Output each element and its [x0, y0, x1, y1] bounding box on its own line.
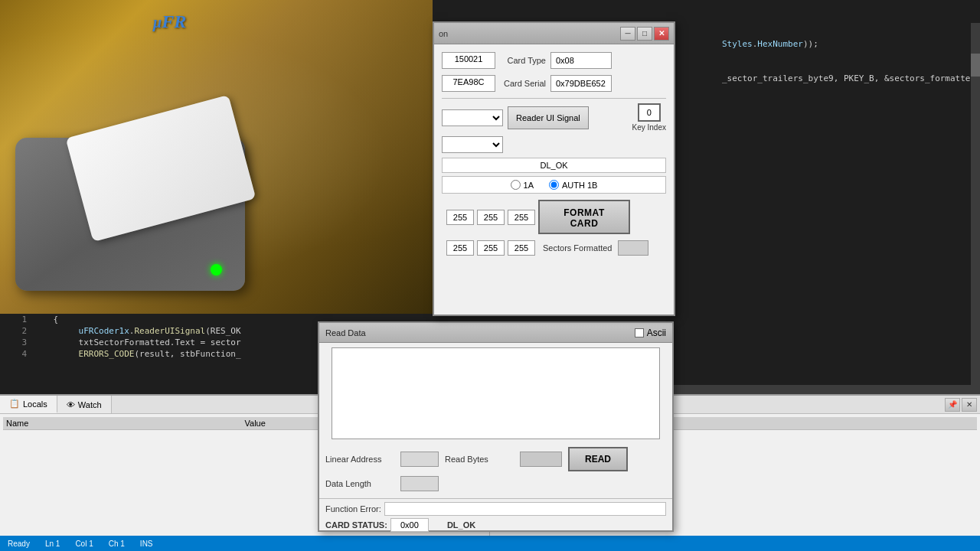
ide-vertical-scrollbar[interactable] [971, 23, 980, 385]
key-bytes-area: FORMAT CARD Sectors Formatted [442, 197, 666, 265]
auth-1a-label: 1A [524, 181, 534, 190]
right-code-line-1 [674, 27, 980, 38]
key-index-label: Key Index [632, 123, 666, 132]
key-byte-2-1[interactable] [446, 240, 474, 256]
dialog-titlebar: on ─ □ ✕ [434, 23, 674, 44]
card-status-label: CARD STATUS: [325, 520, 387, 530]
dialog-close-btn[interactable]: ✕ [654, 27, 669, 41]
code-line-2: 2 uFRCoder1x.ReaderUISignal(RES_OK [0, 325, 318, 337]
linear-address-label: Linear Address [325, 455, 394, 464]
dropdown-1[interactable] [442, 109, 503, 126]
dropdown-2[interactable] [442, 136, 503, 153]
read-status-bar: Function Error: CARD STATUS: 0x00 DL_OK [319, 498, 672, 530]
card-status-ok: DL_OK [447, 520, 475, 530]
key-bytes-row-2: Sectors Formatted [446, 237, 662, 259]
data-length-label: Data Length [325, 479, 394, 488]
card-status-code: 0x00 [390, 518, 429, 532]
read-bytes-label: Read Bytes [445, 455, 514, 464]
right-code-content: Styles.HexNumber)); _sector_trailers_byt… [674, 0, 980, 84]
read-data-textarea[interactable] [332, 347, 660, 439]
dialog-body: 150021 Card Type 7EA98C Card Serial Read… [434, 44, 674, 272]
right-code-line-3 [674, 50, 980, 61]
right-code-line-5: _sector_trailers_byte9, PKEY_B, &sectors… [674, 73, 980, 84]
function-error-value [384, 502, 666, 516]
card-serial-label: Card Serial [500, 79, 546, 88]
key-bytes-row-1: FORMAT CARD [446, 200, 662, 234]
right-code-line-4 [674, 61, 980, 73]
auth-1a-group: 1A [511, 180, 534, 190]
reader-ui-signal-btn[interactable]: Reader UI Signal [508, 106, 589, 129]
code-line-1: 1 { [0, 314, 318, 325]
card-type-label: Card Type [500, 56, 546, 65]
uid-left-field[interactable]: 150021 [442, 52, 495, 69]
linear-address-row: Linear Address Read Bytes READ [325, 447, 666, 471]
status-ln: Ln 1 [45, 540, 60, 548]
panel-pin-btn[interactable]: 📌 [945, 398, 960, 412]
status-ins: INS [140, 540, 153, 548]
read-btn[interactable]: READ [568, 447, 628, 471]
card-serial-input[interactable] [550, 75, 612, 92]
card-type-input[interactable] [550, 52, 612, 69]
tab-watch[interactable]: 👁 Watch [57, 396, 112, 413]
ufr-logo: μFR [153, 11, 186, 32]
key-byte-1-1[interactable] [446, 210, 474, 225]
panel-close-btn[interactable]: ✕ [962, 398, 977, 412]
key-index-value[interactable]: 0 [638, 103, 661, 122]
tab-locals[interactable]: 📋 Locals [0, 396, 57, 413]
read-dialog-title: Read Data [325, 328, 366, 337]
auth-1b-radio[interactable] [549, 180, 559, 190]
locals-icon: 📋 [9, 399, 20, 409]
sep-1 [442, 98, 666, 99]
auth-1b-group: AUTH 1B [549, 180, 597, 190]
scrollbar-thumb [971, 54, 980, 77]
uid-row: 150021 Card Type [442, 52, 666, 69]
key-index-box: 0 Key Index [632, 103, 666, 132]
auth-1b-label: AUTH 1B [562, 181, 597, 190]
read-bytes-display [520, 452, 562, 467]
key-byte-2-2[interactable] [477, 240, 505, 256]
watch-icon: 👁 [67, 400, 75, 409]
data-length-row: Data Length [325, 476, 666, 491]
auth-1a-radio[interactable] [511, 180, 521, 190]
led-indicator [211, 264, 222, 276]
main-dialog: on ─ □ ✕ 150021 Card Type 7EA98C Card Se… [433, 21, 675, 316]
status-col: Col 1 [75, 540, 93, 548]
format-card-btn[interactable]: FORMAT CARD [538, 200, 630, 234]
key-byte-2-3[interactable] [508, 240, 535, 256]
sectors-formatted-value [618, 240, 648, 256]
left-code-editor: 1 { 2 uFRCoder1x.ReaderUISignal(RES_OK 3… [0, 314, 318, 394]
function-error-label: Function Error: [325, 504, 381, 514]
card-serial-row: 7EA98C Card Serial [442, 75, 666, 92]
code-line-4: 4 ERRORS_CODE(result, stbFunction_ [0, 348, 318, 360]
dialog-minimize-btn[interactable]: ─ [620, 27, 635, 41]
dialog-restore-btn[interactable]: □ [637, 27, 652, 41]
read-dialog: Read Data Ascii Linear Address Read Byte… [318, 321, 674, 532]
uid-right-field[interactable]: 7EA98C [442, 75, 495, 92]
read-form: Linear Address Read Bytes READ Data Leng… [319, 444, 672, 499]
background-photo: μFR [0, 0, 433, 314]
sectors-formatted-row: Sectors Formatted [538, 237, 653, 259]
ascii-row: Ascii [635, 328, 666, 338]
sectors-formatted-label: Sectors Formatted [543, 243, 612, 253]
card-status-row: CARD STATUS: 0x00 DL_OK [325, 518, 666, 532]
dialog-title: on [439, 29, 448, 38]
function-error-row: Function Error: [325, 502, 666, 516]
status-ch: Ch 1 [109, 540, 125, 548]
status-ready: Ready [8, 540, 30, 548]
dl-ok-status: DL_OK [442, 158, 666, 173]
ide-status-bar: Ready Ln 1 Col 1 Ch 1 INS [0, 536, 980, 551]
key-byte-1-2[interactable] [477, 210, 505, 225]
auth-row: 1A AUTH 1B [442, 176, 666, 194]
dialog-window-controls: ─ □ ✕ [620, 27, 669, 41]
key-byte-1-3[interactable] [508, 210, 535, 225]
ascii-label: Ascii [647, 328, 666, 338]
linear-address-input[interactable] [400, 452, 439, 467]
right-code-line-2: Styles.HexNumber)); [674, 38, 980, 50]
read-dialog-header: Read Data Ascii [319, 323, 672, 343]
data-length-input[interactable] [400, 476, 439, 491]
code-line-3: 3 txtSectorFormatted.Text = sector [0, 337, 318, 348]
ascii-checkbox[interactable] [635, 328, 644, 337]
